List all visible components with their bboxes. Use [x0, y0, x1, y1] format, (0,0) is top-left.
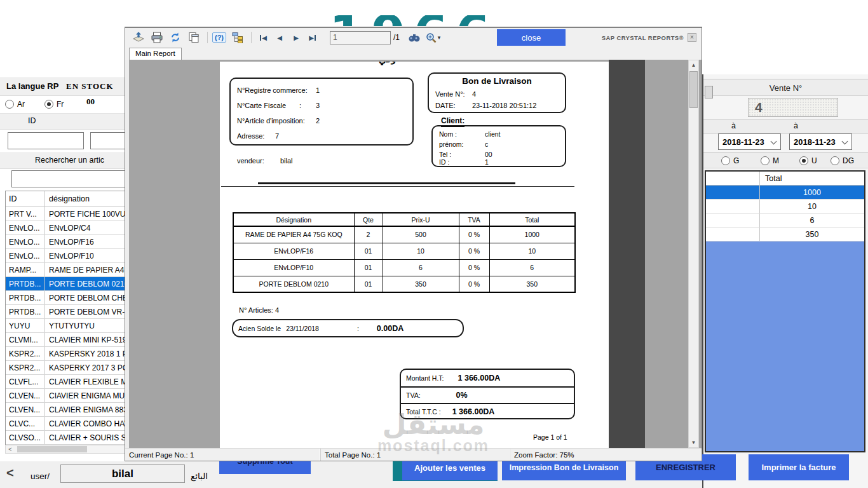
close-button[interactable]: close — [497, 29, 566, 46]
radio-ar-circle — [5, 100, 14, 109]
date-from-picker[interactable]: 2018-11-23 — [718, 133, 781, 150]
header-id: ID — [6, 191, 45, 207]
sale-table-header: Total — [706, 172, 864, 186]
date-to-picker[interactable]: 2018-11-23 — [789, 133, 852, 150]
search-label: Rechercher un artic — [35, 156, 104, 165]
bon-de-livraison-box: Bon de Livraison Vente N°: 4 DATE: 23-11… — [428, 72, 566, 113]
prev-page-button[interactable]: ◀ — [271, 34, 288, 41]
articles-table-hscrollbar[interactable]: < — [5, 445, 126, 454]
table-row[interactable]: ENvLO...ENvLOP/F16 — [6, 235, 126, 249]
date-labels-band — [703, 119, 868, 134]
tab-strip: Main Report — [125, 47, 702, 60]
date-to-label: à — [794, 121, 798, 130]
header-designation: désignation — [45, 191, 126, 207]
page-number-input[interactable] — [330, 31, 391, 44]
refresh-icon[interactable] — [167, 30, 184, 45]
date-from-label: à — [731, 121, 736, 130]
client-info-box: Nom : client prénom: c Tel : 00 ID : 1 — [431, 125, 566, 167]
table-row-selected[interactable]: PRTDB...PORTE DEBLOM 0210 — [6, 277, 126, 291]
print-icon[interactable] — [149, 30, 165, 45]
zoom-icon[interactable]: ▾ — [424, 30, 441, 45]
articles-table-header: ID désignation — [6, 191, 126, 207]
last-page-button[interactable]: ▶ — [304, 34, 321, 41]
table-row[interactable]: RAMP...RAME DE PAPIER A4 — [6, 263, 126, 277]
vscrollbar-thumb[interactable] — [689, 71, 698, 108]
table-row[interactable]: CLVMI...CLAVIER MINI KP-519 — [6, 333, 126, 347]
items-row: RAME DE PAPIER A4 75G KOQ2 5000 % 1000 — [233, 226, 575, 243]
id-band — [0, 113, 127, 130]
search-input[interactable] — [11, 170, 127, 187]
chevron-down-icon — [842, 139, 848, 145]
stock-label: EN STOCK — [66, 81, 114, 92]
tab-main-report[interactable]: Main Report — [129, 48, 182, 60]
parameter-panel-icon[interactable]: (?) — [211, 30, 227, 45]
radio-ar-label: Ar — [17, 100, 25, 109]
report-page: وقي N°Registre commerce: 1 N°Carte Fisca… — [220, 62, 609, 448]
sale-row-selected[interactable]: 1000 — [706, 186, 864, 200]
next-page-button[interactable]: ▶ — [288, 34, 304, 41]
table-row[interactable]: CLVFL...CLAVIER FLEXIBLE MI — [6, 375, 126, 389]
table-row[interactable]: CLVC...CLAVIER COMBO HAV — [6, 417, 126, 431]
radio-lang-ar[interactable]: Ar — [5, 98, 25, 109]
table-row[interactable]: CLVSO...CLAVIER + SOURIS SA — [6, 431, 126, 445]
id-input-2[interactable] — [90, 132, 128, 149]
first-page-button[interactable]: ◀ — [255, 34, 271, 41]
app-logo-digits: 1966 — [329, 15, 545, 26]
radio-m[interactable]: M — [761, 154, 779, 166]
language-label: La langue RP — [6, 81, 58, 91]
imprimer-facture-button[interactable]: Imprimer la facture — [749, 454, 849, 480]
total-ttc-row: Total T.T.C : 1 366.00DA — [401, 403, 574, 419]
table-row[interactable]: YUYUYTUTYUTYU — [6, 319, 126, 333]
divider-thick — [258, 182, 515, 184]
user-label: user/ — [31, 471, 50, 481]
right-top-background — [702, 27, 868, 75]
seller-label-arabic: البائع — [191, 471, 208, 481]
id-label: ID — [28, 116, 36, 125]
vente-no-label: Vente N° — [703, 83, 868, 93]
find-icon[interactable] — [406, 30, 423, 45]
back-chevron-icon[interactable]: < — [6, 466, 14, 480]
table-row[interactable]: ENvLO...ENvLOP/C4 — [6, 221, 126, 235]
group-tree-icon[interactable] — [229, 30, 246, 45]
table-row[interactable]: KSPR2...KASPERKY 2017 3 PC — [6, 361, 126, 375]
table-row[interactable]: CLVEN...CIAVIER ENIGMA MUL — [6, 389, 126, 403]
table-row[interactable]: PRTDB...PORTE DEBLOM CHEF — [6, 291, 126, 305]
sale-row[interactable]: 6 — [706, 214, 864, 227]
articles-table: ID désignation PRT V...PORTE FICHE 100VU… — [5, 191, 127, 452]
items-table: Désignation Qte Prix-U TVA Total RAME DE… — [233, 212, 576, 293]
copy-icon[interactable] — [186, 30, 202, 45]
radio-g[interactable]: G — [721, 154, 739, 166]
tva-row: TVA: 0% — [401, 386, 574, 403]
radio-lang-fr[interactable]: Fr — [44, 98, 64, 109]
radio-dg[interactable]: DG — [831, 154, 854, 166]
crystal-reports-viewer-dialog: (?) ◀ ◀ ▶ ▶ /1 ▾ close SAP CRYSTAL REPOR… — [125, 27, 702, 461]
export-icon[interactable] — [130, 30, 147, 45]
hscrollbar-thumb[interactable] — [17, 446, 87, 452]
report-vscrollbar[interactable]: ▲ ▼ — [688, 60, 699, 448]
vente-no-value-field[interactable]: 4 — [748, 98, 838, 117]
scroll-left-icon[interactable]: < — [6, 446, 15, 452]
username-field[interactable] — [60, 464, 185, 483]
arabic-title-fragment: وقي — [379, 62, 480, 65]
scroll-down-icon[interactable]: ▼ — [689, 438, 698, 447]
table-row[interactable]: PRT V...PORTE FICHE 100VUE — [6, 207, 126, 221]
articles-count: N° Articles: 4 — [239, 306, 279, 314]
radio-fr-label: Fr — [57, 100, 64, 109]
radio-u[interactable]: U — [799, 154, 817, 166]
chevron-down-icon — [771, 139, 777, 145]
scroll-up-icon[interactable]: ▲ — [689, 60, 698, 70]
vente-no-band: Vente N° — [703, 79, 868, 96]
close-icon[interactable]: × — [688, 33, 696, 42]
company-info-box: N°Registre commerce: 1 N°Carte Fiscale :… — [229, 78, 414, 146]
table-row[interactable]: KSPR2...KASPERSKY 2018 1 PC — [6, 347, 126, 361]
table-row[interactable]: ENvLO...ENvLOP/F10 — [6, 249, 126, 263]
status-zoom-factor: Zoom Factor: 75% — [510, 449, 702, 461]
table-row[interactable]: CLVEN...CLAVIER ENIGMA 8831 — [6, 403, 126, 417]
sale-row[interactable]: 10 — [706, 200, 864, 214]
totals-box: Montant H.T: 1 366.00DA TVA: 0% Total T.… — [400, 369, 575, 419]
zoom-caret-icon[interactable]: ▾ — [438, 34, 441, 41]
id-input[interactable] — [8, 132, 84, 149]
table-row[interactable]: PRTDB...PORTE DEBLOM VR-3 — [6, 305, 126, 319]
page-shadow-strip — [609, 60, 645, 448]
sale-row[interactable]: 350 — [706, 227, 864, 241]
